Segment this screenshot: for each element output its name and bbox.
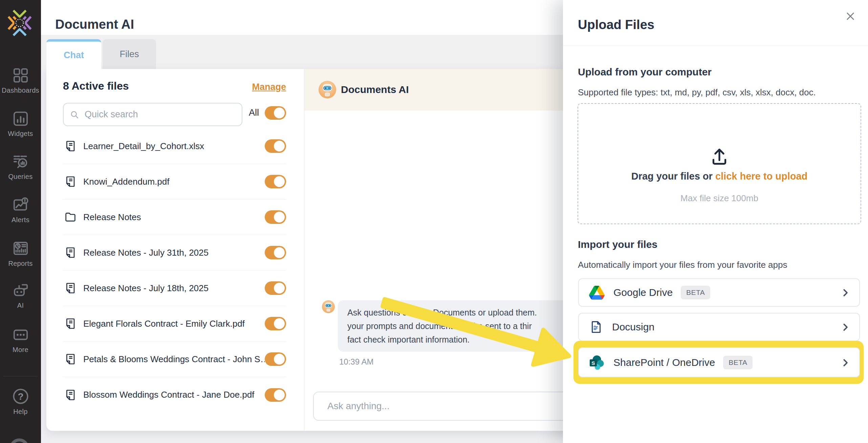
dropzone-text: Drag your files or click here to upload [578,171,861,182]
toggle-knob [274,354,285,365]
beta-badge: BETA [681,286,710,299]
sidebar-item-label: Dashboards [0,87,41,94]
app-logo[interactable] [4,7,35,39]
file-toggle[interactable] [265,246,286,259]
sidebar-divider [3,376,38,376]
alerts-icon [12,196,30,214]
tab-files[interactable]: Files [103,39,156,69]
sidebar-item-alerts[interactable]: Alerts [0,196,41,224]
widgets-icon [12,110,30,128]
file-row[interactable]: Release Notes - July 31th, 2025 [63,235,286,271]
sidebar-item-label: Reports [0,260,41,267]
folder-icon [64,210,77,224]
assistant-name: Documents AI [341,84,409,95]
file-name: Blossom Weddings Contract - Jane Doe.pdf [83,390,265,400]
active-files-heading: 8 Active files [63,80,129,92]
sharepoint-highlight-box: S SharePoint / OneDrive BETA [573,341,864,384]
provider-name: SharePoint / OneDrive [613,357,715,368]
upload-computer-heading: Upload from your computer [578,66,712,78]
file-toggle[interactable] [265,388,286,402]
sidebar-item-queries[interactable]: Queries [0,153,41,181]
toggle-knob [274,318,285,329]
file-row[interactable]: Petals & Blooms Weddings Contract - John… [63,342,286,377]
upload-files-panel: Upload Files Upload from your computer S… [563,0,868,443]
quick-search-input[interactable] [84,109,242,120]
page-title: Document AI [55,17,134,32]
file-row[interactable]: Elegant Florals Contract - Emily Clark.p… [63,306,286,342]
panel-title: Upload Files [578,18,654,32]
file-row[interactable]: Learner_Detail_by_Cohort.xlsx [63,129,286,164]
provider-row-google-drive[interactable]: Google Drive BETA [578,278,860,307]
file-row[interactable]: Knowi_Addendum.pdf [63,164,286,200]
sidebar-item-label: More [0,346,41,354]
tab-files-label: Files [120,49,139,60]
file-row[interactable]: Blossom Weddings Contract - Jane Doe.pdf [63,377,286,413]
sidebar-item-label: AI [0,302,41,309]
upload-dropzone[interactable]: Drag your files or click here to upload … [578,103,861,224]
reports-icon [12,239,30,258]
toggle-knob [274,283,285,294]
file-toggle[interactable] [265,352,286,366]
sidebar-item-widgets[interactable]: Widgets [0,110,41,138]
file-toggle[interactable] [265,175,286,188]
sidebar-item-dashboards[interactable]: Dashboards [0,66,41,94]
toggle-knob [274,141,285,151]
sidebar-item-label: Widgets [0,130,41,138]
file-name: Elegant Florals Contract - Emily Clark.p… [83,319,265,329]
tab-chat-label: Chat [64,50,84,61]
sidebar-item-reports[interactable]: Reports [0,239,41,267]
manage-link[interactable]: Manage [252,82,286,92]
toggle-knob [274,212,285,223]
supported-file-types: Supported file types: txt, md, py, pdf, … [578,87,816,98]
file-toggle[interactable] [265,317,286,330]
sidebar-item-label: Alerts [0,216,41,224]
file-icon [64,317,77,330]
tab-chat[interactable]: Chat [46,39,101,69]
sidebar-item-help[interactable]: ? Help [0,387,41,416]
file-icon [64,388,77,402]
search-icon [70,110,79,119]
close-icon [845,10,856,22]
toggle-knob [274,108,285,118]
docusign-icon [589,320,603,334]
file-icon [64,281,77,295]
assistant-avatar-small [322,300,335,313]
file-name: Release Notes - July 18th, 2025 [83,283,265,294]
file-name: Release Notes - July 31th, 2025 [83,248,265,258]
file-icon [64,175,77,188]
chevron-right-icon [840,357,850,368]
file-name: Learner_Detail_by_Cohort.xlsx [83,141,265,151]
more-icon [12,326,30,344]
provider-row-sharepoint-onedrive[interactable]: S SharePoint / OneDrive BETA [578,347,860,377]
quick-search-box [63,103,242,126]
assistant-avatar [319,81,336,98]
user-avatar-partial[interactable] [7,438,31,443]
file-name: Petals & Blooms Weddings Contract - John… [83,354,265,365]
file-icon [64,352,77,366]
app-screen: Dashboards Widgets Queries Alerts Report [0,0,868,443]
all-files-toggle[interactable] [265,106,286,120]
toggle-knob [274,176,285,187]
toggle-knob [274,390,285,400]
file-toggle[interactable] [265,210,286,224]
click-to-upload-link[interactable]: click here to upload [715,171,807,182]
toggle-knob [274,247,285,258]
dashboards-icon [12,66,30,85]
import-files-subheading: Automatically import your files from you… [578,260,787,270]
provider-row-docusign[interactable]: Docusign [578,313,860,341]
knowi-logo-icon [4,7,35,38]
file-toggle[interactable] [265,139,286,153]
import-files-heading: Import your files [578,239,657,250]
sidebar-item-label: Help [0,408,41,416]
beta-badge: BETA [723,356,753,369]
close-button[interactable] [843,9,858,24]
all-toggle-label: All [249,108,259,118]
queries-icon [12,153,30,171]
file-row[interactable]: Release Notes - July 18th, 2025 [63,271,286,306]
file-row[interactable]: Release Notes [63,200,286,235]
sidebar-item-more[interactable]: More [0,326,41,354]
sidebar-item-label: Queries [0,173,41,181]
sidebar-item-ai[interactable]: AI [0,281,41,309]
file-toggle[interactable] [265,281,286,295]
ai-icon [12,281,30,300]
